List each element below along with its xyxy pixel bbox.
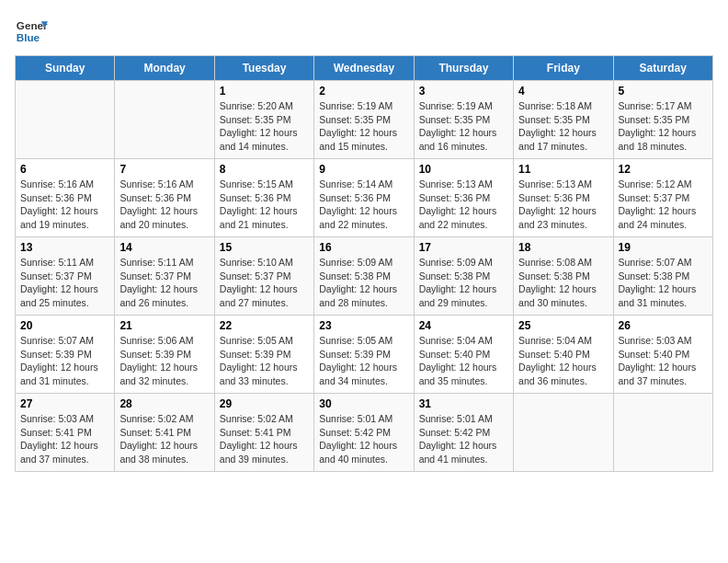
day-header: Sunday [16,56,115,81]
calendar-day-cell: 24Sunrise: 5:04 AM Sunset: 5:40 PM Dayli… [414,316,513,394]
calendar-day-cell: 14Sunrise: 5:11 AM Sunset: 5:37 PM Dayli… [115,237,214,316]
day-info: Sunrise: 5:01 AM Sunset: 5:42 PM Dayligh… [319,412,408,466]
day-info: Sunrise: 5:04 AM Sunset: 5:40 PM Dayligh… [518,334,608,388]
calendar-day-cell: 5Sunrise: 5:17 AM Sunset: 5:35 PM Daylig… [613,81,712,159]
calendar-week-row: 13Sunrise: 5:11 AM Sunset: 5:37 PM Dayli… [16,237,713,316]
day-number: 12 [619,163,708,176]
day-number: 8 [220,163,309,176]
day-number: 28 [119,397,209,410]
calendar-table: SundayMondayTuesdayWednesdayThursdayFrid… [15,55,713,472]
calendar-day-cell: 20Sunrise: 5:07 AM Sunset: 5:39 PM Dayli… [16,316,115,394]
day-number: 25 [518,319,608,332]
day-number: 24 [419,319,508,332]
day-info: Sunrise: 5:15 AM Sunset: 5:36 PM Dayligh… [220,178,309,232]
day-header: Monday [115,56,214,81]
day-number: 19 [619,241,708,254]
day-number: 6 [20,163,109,176]
calendar-day-cell: 29Sunrise: 5:02 AM Sunset: 5:41 PM Dayli… [214,394,313,472]
day-number: 9 [319,163,408,176]
day-header: Saturday [613,56,712,81]
calendar-day-cell: 27Sunrise: 5:03 AM Sunset: 5:41 PM Dayli… [16,394,115,472]
calendar-week-row: 27Sunrise: 5:03 AM Sunset: 5:41 PM Dayli… [16,394,713,472]
logo-icon: General Blue [15,15,48,48]
calendar-week-row: 20Sunrise: 5:07 AM Sunset: 5:39 PM Dayli… [16,316,713,394]
day-info: Sunrise: 5:05 AM Sunset: 5:39 PM Dayligh… [220,334,309,388]
day-info: Sunrise: 5:14 AM Sunset: 5:36 PM Dayligh… [319,178,408,232]
day-number: 11 [518,163,608,176]
day-header: Tuesday [214,56,313,81]
calendar-day-cell: 21Sunrise: 5:06 AM Sunset: 5:39 PM Dayli… [115,316,214,394]
calendar-week-row: 1Sunrise: 5:20 AM Sunset: 5:35 PM Daylig… [16,81,713,159]
calendar-day-cell: 13Sunrise: 5:11 AM Sunset: 5:37 PM Dayli… [16,237,115,316]
calendar-day-cell: 11Sunrise: 5:13 AM Sunset: 5:36 PM Dayli… [514,159,613,237]
calendar-day-cell: 3Sunrise: 5:19 AM Sunset: 5:35 PM Daylig… [414,81,513,159]
calendar-day-cell [514,394,613,472]
calendar-day-cell: 22Sunrise: 5:05 AM Sunset: 5:39 PM Dayli… [214,316,313,394]
day-number: 10 [419,163,508,176]
calendar-day-cell: 28Sunrise: 5:02 AM Sunset: 5:41 PM Dayli… [115,394,214,472]
day-number: 20 [20,319,109,332]
day-info: Sunrise: 5:20 AM Sunset: 5:35 PM Dayligh… [220,99,309,154]
calendar-day-cell: 12Sunrise: 5:12 AM Sunset: 5:37 PM Dayli… [613,159,712,237]
svg-text:Blue: Blue [17,31,40,43]
calendar-day-cell: 26Sunrise: 5:03 AM Sunset: 5:40 PM Dayli… [613,316,712,394]
calendar-day-cell: 4Sunrise: 5:18 AM Sunset: 5:35 PM Daylig… [514,81,613,159]
calendar-day-cell [16,81,115,159]
day-number: 23 [319,319,408,332]
logo: General Blue [15,15,48,48]
day-number: 5 [619,85,708,98]
day-info: Sunrise: 5:17 AM Sunset: 5:35 PM Dayligh… [619,99,708,154]
day-info: Sunrise: 5:09 AM Sunset: 5:38 PM Dayligh… [319,256,408,310]
day-info: Sunrise: 5:07 AM Sunset: 5:38 PM Dayligh… [619,256,708,310]
day-number: 26 [619,319,708,332]
day-number: 31 [419,397,508,410]
day-info: Sunrise: 5:09 AM Sunset: 5:38 PM Dayligh… [419,256,508,310]
calendar-day-cell: 6Sunrise: 5:16 AM Sunset: 5:36 PM Daylig… [16,159,115,237]
day-number: 16 [319,241,408,254]
calendar-day-cell: 19Sunrise: 5:07 AM Sunset: 5:38 PM Dayli… [613,237,712,316]
day-info: Sunrise: 5:18 AM Sunset: 5:35 PM Dayligh… [518,99,608,154]
day-number: 13 [20,241,109,254]
day-number: 1 [220,85,309,98]
calendar-body: 1Sunrise: 5:20 AM Sunset: 5:35 PM Daylig… [16,81,713,472]
day-number: 7 [119,163,209,176]
calendar-day-cell: 8Sunrise: 5:15 AM Sunset: 5:36 PM Daylig… [214,159,313,237]
day-info: Sunrise: 5:02 AM Sunset: 5:41 PM Dayligh… [220,412,309,466]
day-number: 4 [518,85,608,98]
calendar-day-cell: 23Sunrise: 5:05 AM Sunset: 5:39 PM Dayli… [314,316,414,394]
day-header: Wednesday [314,56,414,81]
calendar-day-cell [115,81,214,159]
day-number: 17 [419,241,508,254]
day-header: Thursday [414,56,513,81]
calendar-day-cell: 1Sunrise: 5:20 AM Sunset: 5:35 PM Daylig… [214,81,313,159]
day-number: 2 [319,85,408,98]
calendar-day-cell: 7Sunrise: 5:16 AM Sunset: 5:36 PM Daylig… [115,159,214,237]
day-info: Sunrise: 5:05 AM Sunset: 5:39 PM Dayligh… [319,334,408,388]
day-info: Sunrise: 5:13 AM Sunset: 5:36 PM Dayligh… [518,178,608,232]
day-number: 14 [119,241,209,254]
day-info: Sunrise: 5:12 AM Sunset: 5:37 PM Dayligh… [619,178,708,232]
day-info: Sunrise: 5:16 AM Sunset: 5:36 PM Dayligh… [20,178,109,232]
calendar-day-cell: 31Sunrise: 5:01 AM Sunset: 5:42 PM Dayli… [414,394,513,472]
day-number: 21 [119,319,209,332]
day-number: 29 [220,397,309,410]
day-info: Sunrise: 5:08 AM Sunset: 5:38 PM Dayligh… [518,256,608,310]
calendar-day-cell: 15Sunrise: 5:10 AM Sunset: 5:37 PM Dayli… [214,237,313,316]
day-number: 18 [518,241,608,254]
day-info: Sunrise: 5:04 AM Sunset: 5:40 PM Dayligh… [419,334,508,388]
day-number: 22 [220,319,309,332]
calendar-day-cell: 9Sunrise: 5:14 AM Sunset: 5:36 PM Daylig… [314,159,414,237]
day-info: Sunrise: 5:06 AM Sunset: 5:39 PM Dayligh… [119,334,209,388]
day-number: 30 [319,397,408,410]
day-info: Sunrise: 5:02 AM Sunset: 5:41 PM Dayligh… [119,412,209,466]
calendar-day-cell [613,394,712,472]
day-info: Sunrise: 5:13 AM Sunset: 5:36 PM Dayligh… [419,178,508,232]
day-info: Sunrise: 5:03 AM Sunset: 5:41 PM Dayligh… [20,412,109,466]
calendar-day-cell: 25Sunrise: 5:04 AM Sunset: 5:40 PM Dayli… [514,316,613,394]
calendar-day-cell: 30Sunrise: 5:01 AM Sunset: 5:42 PM Dayli… [314,394,414,472]
calendar-day-cell: 2Sunrise: 5:19 AM Sunset: 5:35 PM Daylig… [314,81,414,159]
day-info: Sunrise: 5:07 AM Sunset: 5:39 PM Dayligh… [20,334,109,388]
day-number: 15 [220,241,309,254]
calendar-week-row: 6Sunrise: 5:16 AM Sunset: 5:36 PM Daylig… [16,159,713,237]
day-info: Sunrise: 5:01 AM Sunset: 5:42 PM Dayligh… [419,412,508,466]
